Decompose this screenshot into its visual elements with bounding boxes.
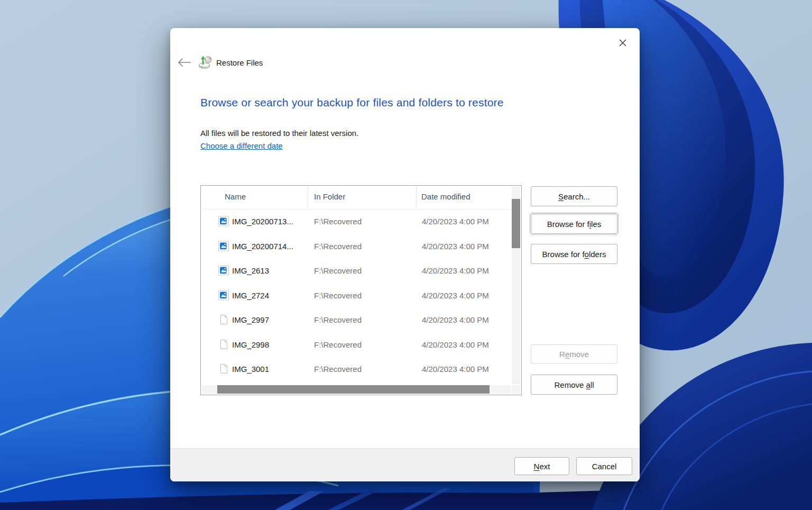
file-row[interactable]: IMG_2997 F:\Recovered 4/20/2023 4:00 PM (201, 307, 511, 332)
page-title: Restore Files (216, 58, 263, 67)
back-button[interactable] (178, 58, 193, 68)
next-button[interactable]: Next (514, 457, 569, 475)
file-row[interactable]: IMG_20200713... F:\Recovered 4/20/2023 4… (201, 209, 511, 234)
file-date: 4/20/2023 4:00 PM (422, 340, 489, 349)
blank-file-icon (218, 314, 229, 325)
file-folder: F:\Recovered (314, 217, 362, 226)
file-list: Name In Folder Date modified IMG_2020071… (200, 185, 522, 395)
dialog-heading: Browse or search your backup for files a… (200, 96, 504, 109)
image-file-icon (218, 265, 229, 276)
file-date: 4/20/2023 4:00 PM (422, 315, 489, 324)
file-row[interactable]: IMG_2613 F:\Recovered 4/20/2023 4:00 PM (201, 258, 511, 283)
column-header-date-modified[interactable]: Date modified (421, 192, 470, 201)
file-name: IMG_2997 (232, 315, 269, 324)
restore-files-dialog: Restore Files Browse or search your back… (170, 28, 640, 481)
choose-different-date-link[interactable]: Choose a different date (200, 141, 283, 150)
vertical-scrollbar-thumb[interactable] (512, 199, 520, 248)
blank-file-icon (218, 339, 229, 350)
file-name: IMG_3001 (232, 365, 269, 374)
column-divider[interactable] (308, 186, 308, 207)
column-header-in-folder[interactable]: In Folder (314, 192, 345, 201)
file-row[interactable]: IMG_20200714... F:\Recovered 4/20/2023 4… (201, 234, 511, 259)
file-folder: F:\Recovered (314, 266, 362, 275)
remove-button[interactable]: Remove (531, 344, 617, 364)
file-folder: F:\Recovered (314, 241, 362, 250)
file-date: 4/20/2023 4:00 PM (422, 290, 489, 299)
file-name: IMG_2724 (232, 290, 269, 299)
restore-files-icon (198, 54, 213, 69)
file-folder: F:\Recovered (314, 340, 362, 349)
remove-all-button[interactable]: Remove all (531, 375, 617, 395)
file-row[interactable]: IMG_2998 F:\Recovered 4/20/2023 4:00 PM (201, 332, 511, 357)
horizontal-scrollbar-thumb[interactable] (217, 385, 490, 394)
file-list-body: IMG_20200713... F:\Recovered 4/20/2023 4… (201, 209, 511, 385)
file-folder: F:\Recovered (314, 290, 362, 299)
file-name: IMG_2998 (232, 340, 269, 349)
scrollbar-corner (512, 385, 520, 394)
file-date: 4/20/2023 4:00 PM (422, 266, 489, 275)
file-name: IMG_2613 (232, 266, 269, 275)
browse-for-files-button[interactable]: Browse for files (531, 214, 617, 234)
image-file-icon (218, 290, 229, 300)
vertical-scrollbar[interactable] (512, 187, 520, 384)
column-divider[interactable] (416, 186, 417, 207)
file-date: 4/20/2023 4:00 PM (422, 365, 489, 374)
dialog-footer: Next Cancel (170, 448, 640, 481)
restore-version-text: All files will be restored to their late… (200, 129, 358, 138)
file-row[interactable]: IMG_3001 F:\Recovered 4/20/2023 4:00 PM (201, 357, 511, 381)
file-folder: F:\Recovered (314, 315, 362, 324)
file-row[interactable]: IMG_2724 F:\Recovered 4/20/2023 4:00 PM (201, 283, 511, 308)
file-name: IMG_20200714... (232, 241, 293, 250)
back-arrow-icon (178, 58, 191, 67)
column-header-name[interactable]: Name (225, 192, 246, 201)
close-button[interactable] (614, 34, 631, 51)
file-list-header: Name In Folder Date modified (201, 186, 521, 210)
file-date: 4/20/2023 4:00 PM (422, 217, 489, 226)
cancel-button[interactable]: Cancel (576, 457, 632, 475)
file-name: IMG_20200713... (232, 217, 293, 226)
horizontal-scrollbar[interactable] (202, 385, 511, 394)
blank-file-icon (218, 363, 229, 374)
search-button[interactable]: Search... (531, 186, 617, 206)
close-icon (619, 39, 627, 47)
browse-for-folders-button[interactable]: Browse for folders (531, 244, 617, 264)
image-file-icon (218, 241, 229, 251)
file-folder: F:\Recovered (314, 365, 362, 374)
image-file-icon (218, 216, 229, 226)
file-date: 4/20/2023 4:00 PM (422, 241, 489, 250)
